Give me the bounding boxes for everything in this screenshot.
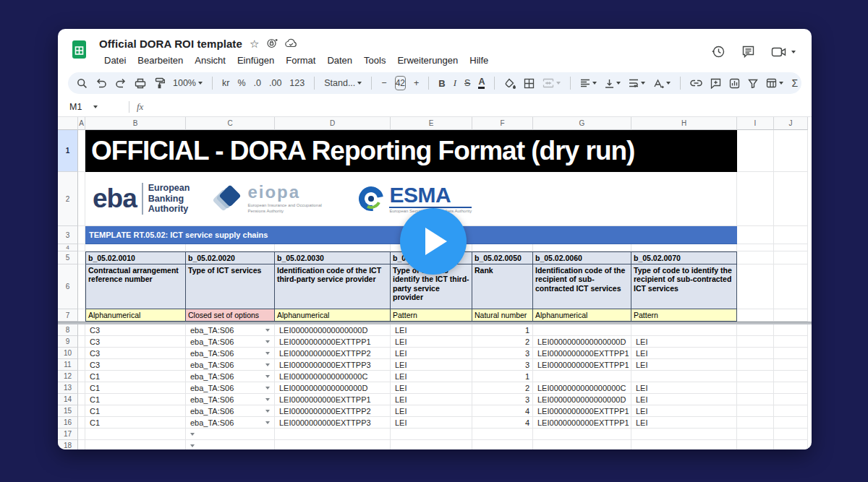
column-header-J[interactable]: J xyxy=(774,117,808,130)
cell[interactable] xyxy=(631,371,737,382)
cell[interactable] xyxy=(85,440,186,449)
cell-dropdown[interactable]: eba_TA:S06 xyxy=(186,417,275,429)
field-code-cell[interactable]: b_05.02.0010 xyxy=(85,251,186,264)
cell[interactable] xyxy=(472,244,533,251)
row-header-3[interactable]: 3 xyxy=(58,226,78,244)
cell[interactable] xyxy=(78,440,85,449)
row-header-10[interactable]: 10 xyxy=(58,348,78,359)
text-color-button[interactable]: A xyxy=(478,77,485,90)
cell[interactable]: LEI xyxy=(391,324,472,336)
cell[interactable] xyxy=(78,324,85,336)
select-all-corner[interactable] xyxy=(58,117,78,130)
field-code-cell[interactable]: b_05.02.0030 xyxy=(275,251,391,264)
cell[interactable]: LEI0000000000EXTTPP1 xyxy=(533,359,631,371)
cell[interactable]: C3 xyxy=(85,324,186,336)
increase-font-size-button[interactable]: + xyxy=(414,78,419,88)
field-label-cell[interactable]: Type of ICT services xyxy=(186,264,275,309)
cell[interactable] xyxy=(78,382,85,394)
menu-item-hilfe[interactable]: Hilfe xyxy=(464,53,493,67)
version-history-icon[interactable] xyxy=(712,45,726,59)
cell[interactable]: LEI0000000000000000D xyxy=(533,394,631,405)
cell[interactable] xyxy=(737,429,774,440)
cell[interactable]: LEI0000000000EXTTPP1 xyxy=(533,405,631,417)
cell-dropdown[interactable]: eba_TA:S06 xyxy=(186,348,275,359)
camera-dropdown-caret[interactable] xyxy=(791,51,796,53)
insert-link-icon[interactable] xyxy=(690,79,702,87)
cell[interactable] xyxy=(737,226,774,244)
cell[interactable] xyxy=(472,440,533,449)
cell[interactable]: LEI0000000000000000C xyxy=(275,371,391,382)
cell[interactable]: LEI xyxy=(391,417,472,429)
field-type-cell[interactable]: Alphanumerical xyxy=(85,309,186,322)
cell[interactable] xyxy=(275,440,391,449)
zoom-select[interactable]: 100% xyxy=(173,78,203,88)
horizontal-align-icon[interactable] xyxy=(580,79,597,87)
row-header-7[interactable]: 7 xyxy=(58,309,78,322)
cell[interactable] xyxy=(78,251,85,264)
strikethrough-button[interactable]: S xyxy=(464,78,470,88)
cell[interactable]: LEI0000000000EXTTPP2 xyxy=(275,405,391,417)
cell[interactable] xyxy=(737,244,774,251)
cell[interactable] xyxy=(533,371,631,382)
cell[interactable]: LEI xyxy=(631,336,737,348)
menu-item-einfgen[interactable]: Einfügen xyxy=(232,53,279,67)
cell[interactable] xyxy=(774,440,808,449)
insert-comment-icon[interactable] xyxy=(710,78,721,89)
row-header-6[interactable]: 6 xyxy=(58,264,78,309)
print-icon[interactable] xyxy=(135,78,146,89)
column-header-D[interactable]: D xyxy=(275,117,391,130)
cell[interactable]: LEI xyxy=(391,348,472,359)
dropdown-caret-icon[interactable] xyxy=(265,375,270,378)
table-views-icon[interactable] xyxy=(766,78,783,88)
cell[interactable]: 3 xyxy=(472,359,533,371)
undo-icon[interactable] xyxy=(95,78,107,88)
comments-icon[interactable] xyxy=(741,45,755,59)
field-label-cell[interactable]: Contractual arrangement reference number xyxy=(85,264,186,309)
cell[interactable] xyxy=(78,172,85,226)
cell[interactable] xyxy=(78,130,85,172)
cell[interactable]: 3 xyxy=(472,394,533,405)
cell[interactable]: LEI0000000000000000D xyxy=(533,336,631,348)
cell[interactable]: LEI xyxy=(631,394,737,405)
cell[interactable]: LEI0000000000EXTTPP3 xyxy=(275,359,391,371)
italic-button[interactable]: I xyxy=(454,77,456,89)
cell[interactable] xyxy=(472,429,533,440)
cloud-saved-icon[interactable] xyxy=(285,38,298,48)
cell[interactable] xyxy=(78,244,85,251)
cell[interactable] xyxy=(737,309,774,322)
row-header-18[interactable]: 18 xyxy=(58,440,78,449)
cell[interactable]: LEI0000000000000000D xyxy=(275,382,391,394)
cell[interactable] xyxy=(78,417,85,429)
field-label-cell[interactable]: Rank xyxy=(472,264,533,309)
cell[interactable] xyxy=(737,359,774,371)
cell[interactable] xyxy=(774,309,808,322)
field-code-cell[interactable]: b_05.02.0020 xyxy=(186,251,275,264)
cell[interactable] xyxy=(275,244,391,251)
play-button[interactable] xyxy=(400,208,467,275)
cell[interactable] xyxy=(774,405,808,417)
cell-dropdown[interactable]: eba_TA:S06 xyxy=(186,359,275,371)
fill-color-icon[interactable] xyxy=(504,78,516,89)
cell[interactable] xyxy=(737,172,774,226)
menu-item-format[interactable]: Format xyxy=(281,53,320,67)
column-header-G[interactable]: G xyxy=(533,117,631,130)
functions-button[interactable]: Σ xyxy=(791,77,798,89)
insert-chart-icon[interactable] xyxy=(729,78,740,89)
cell[interactable] xyxy=(78,226,85,244)
row-header-5[interactable]: 5 xyxy=(58,251,78,264)
document-title[interactable]: Official DORA ROI template xyxy=(99,38,242,50)
dropdown-caret-icon[interactable] xyxy=(265,410,270,413)
cell[interactable]: 4 xyxy=(472,405,533,417)
cell[interactable] xyxy=(737,394,774,405)
field-label-cell[interactable]: Identification code of the ICT third-par… xyxy=(275,264,391,309)
cell[interactable]: LEI0000000000EXTTPP1 xyxy=(275,336,391,348)
cell[interactable] xyxy=(737,130,774,172)
filter-icon[interactable] xyxy=(748,79,758,88)
font-size-input[interactable]: 42 xyxy=(395,76,406,90)
cell[interactable] xyxy=(78,336,85,348)
cell[interactable]: C1 xyxy=(85,417,186,429)
cell[interactable] xyxy=(631,324,737,336)
cell[interactable] xyxy=(774,172,808,226)
paint-format-icon[interactable] xyxy=(154,77,165,89)
menu-item-ansicht[interactable]: Ansicht xyxy=(190,53,231,67)
